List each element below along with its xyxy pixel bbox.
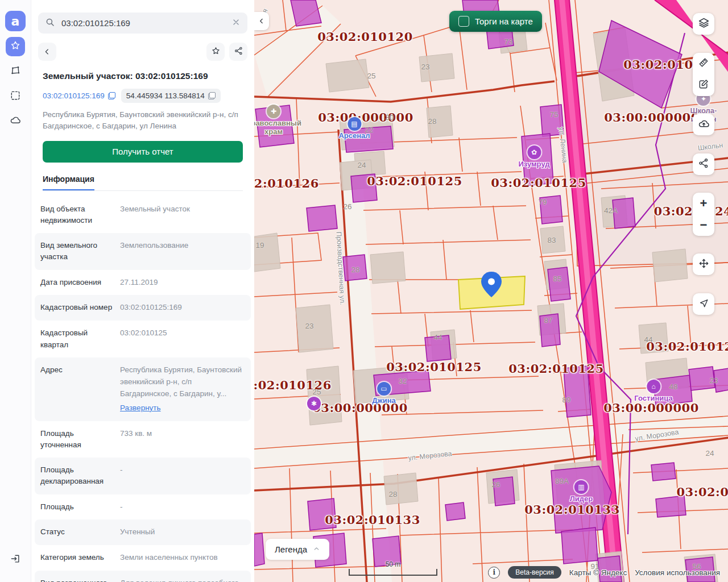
poi-arsenal[interactable]: ▤Арсенал	[338, 117, 370, 140]
cloud-upload-icon	[698, 118, 710, 132]
star-icon	[211, 46, 221, 58]
badges-row: 03:02:010125:169 54.445934 113.584814	[43, 89, 243, 103]
info-row: Категория земельЗемли населенных пунктов	[35, 545, 251, 571]
address-text: Республика Бурятия, Баунтовский эвенкийс…	[43, 109, 243, 132]
info-row-value: Республика Бурятия, Баунтовский эвенкийс…	[120, 364, 245, 414]
izumrud-icon: ✿	[527, 146, 541, 159]
star-icon	[10, 40, 21, 53]
poi-church[interactable]: ✚Православный храм	[254, 105, 303, 136]
scale-bar: 50 m	[349, 569, 437, 576]
share-button[interactable]	[229, 43, 247, 61]
info-row: Площадь-	[35, 494, 251, 520]
arsenal-icon: ▤	[348, 117, 361, 131]
poi-dzhina[interactable]: ▭Джина	[372, 382, 396, 405]
legend-button[interactable]: Легенда	[266, 539, 329, 560]
dashed-square-icon	[10, 90, 21, 103]
checkbox-icon	[458, 16, 469, 27]
yandex-copyright[interactable]: Карты © Яндекс	[569, 568, 627, 577]
dzhina-icon: ▭	[377, 382, 391, 396]
coordinates-badge[interactable]: 54.445934 113.584814	[121, 89, 221, 103]
hotel-icon: ⌂	[647, 380, 660, 393]
zoom-in-button[interactable]: +	[693, 193, 714, 214]
layers-button[interactable]	[693, 13, 714, 35]
panel-collapse-button[interactable]	[254, 12, 269, 30]
search-input[interactable]	[60, 18, 226, 28]
chevron-up-icon	[313, 544, 320, 554]
sign-in-button[interactable]	[6, 550, 25, 569]
info-row: Вид разрешенного использованияДля ведени…	[35, 571, 251, 582]
nav-rail: a	[0, 0, 31, 582]
expand-address-link[interactable]: Развернуть	[120, 402, 161, 414]
terms-of-use-link[interactable]: Условия использования	[635, 568, 720, 577]
app-window: a Земельный участок: 03:02:010	[0, 0, 728, 582]
page-title: Земельный участок: 03:02:010125:169	[43, 71, 243, 81]
edit-button[interactable]	[693, 74, 714, 96]
poi-hotel[interactable]: ⌂Гостиница	[634, 380, 672, 403]
map-canvas[interactable]	[254, 0, 728, 582]
locate-button[interactable]	[693, 293, 714, 315]
info-row-value: Для ведения личного подсобного хозяйства	[120, 577, 245, 582]
info-row-value: 03:02:010125	[120, 327, 245, 351]
info-row-value: -	[120, 501, 245, 513]
tab-information[interactable]: Информация	[43, 174, 94, 190]
zoom-control: + −	[693, 193, 714, 236]
clear-search-icon[interactable]	[231, 18, 241, 29]
get-report-button[interactable]: Получить отчет	[43, 141, 243, 163]
info-row-label: Кадастровый квартал	[40, 327, 113, 351]
poi-pet[interactable]: ✱	[307, 397, 321, 410]
object-header-toolbar	[38, 43, 247, 61]
info-row-value: Учтенный	[120, 526, 245, 538]
back-button[interactable]	[38, 43, 56, 61]
poi-lider[interactable]: ▥Лидер	[570, 480, 593, 504]
info-row: Кадастровый номер03:02:010125:169	[35, 295, 251, 321]
ruler-button[interactable]	[693, 53, 714, 74]
info-row-value: Земли населенных пунктов	[120, 552, 245, 564]
poi-label: Арсенал	[338, 132, 370, 140]
info-row-value: -	[120, 464, 245, 488]
polygon-icon	[10, 65, 21, 78]
info-row-label: Площадь декларированная	[40, 464, 113, 488]
poi-izumrud[interactable]: ✿Изумруд	[518, 146, 549, 169]
info-row-label: Адрес	[40, 364, 113, 414]
info-row-value: Земельный участок	[120, 203, 245, 227]
map-pane[interactable]: 03:02:01012003:00:00000003:02:01012603:0…	[254, 0, 728, 582]
info-row-value: Землепользование	[120, 240, 245, 263]
poi-label: Джина	[372, 397, 396, 405]
info-row-value: 27.11.2019	[120, 277, 245, 289]
pan-icon	[698, 257, 710, 272]
nav-area-tool-button[interactable]	[6, 62, 25, 81]
share-map-button[interactable]	[693, 153, 714, 175]
share-icon	[234, 46, 243, 58]
info-row: Площадь уточненная733 кв. м	[35, 421, 251, 458]
info-row-value: 03:02:010125:169	[120, 302, 245, 314]
favorite-button[interactable]	[206, 43, 225, 61]
pet-icon: ✱	[307, 397, 321, 410]
copy-icon[interactable]	[108, 92, 115, 99]
poi-label: Лидер	[570, 495, 593, 504]
church-icon: ✚	[267, 105, 280, 118]
info-row: Вид объекта недвижимостиЗемельный участо…	[35, 197, 251, 234]
upload-button[interactable]	[693, 114, 714, 135]
nav-favorites-button[interactable]	[6, 37, 25, 56]
info-row-label: Статус	[40, 526, 113, 538]
zoom-out-button[interactable]: −	[693, 214, 714, 236]
info-table: Вид объекта недвижимостиЗемельный участо…	[35, 197, 251, 582]
info-row-label: Кадастровый номер	[40, 302, 113, 314]
share-icon	[698, 157, 709, 171]
info-row: Площадь декларированная-	[35, 458, 251, 494]
trades-on-map-toggle[interactable]: Торги на карте	[449, 11, 542, 32]
pan-button[interactable]	[693, 253, 714, 275]
location-arrow-icon	[698, 298, 709, 311]
info-row: Вид земельного участкаЗемлепользование	[35, 233, 251, 270]
copy-icon[interactable]	[208, 92, 216, 99]
lider-icon: ▥	[574, 480, 588, 494]
nav-select-region-button[interactable]	[6, 87, 25, 106]
nav-cloud-button[interactable]	[6, 112, 25, 131]
info-row-label: Категория земель	[40, 552, 113, 564]
poi-label: Изумруд	[518, 160, 549, 169]
info-row-value: 733 кв. м	[120, 428, 245, 451]
info-icon[interactable]: i	[488, 567, 500, 579]
info-row-label: Вид земельного участка	[40, 240, 113, 263]
edit-icon	[698, 78, 709, 92]
cadastral-number-link[interactable]: 03:02:010125:169	[43, 92, 115, 100]
